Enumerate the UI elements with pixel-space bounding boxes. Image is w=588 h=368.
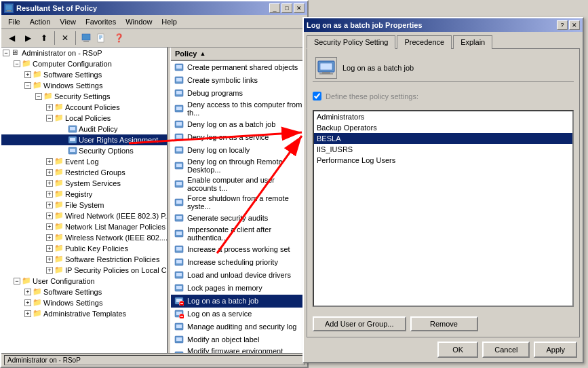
list-item[interactable]: Increase a process working set (171, 243, 307, 256)
tree-item-wired-network[interactable]: +📁Wired Network (IEEE 802.3) P... (1, 210, 167, 221)
list-item[interactable]: Create symbolic links (171, 74, 307, 87)
menu-action[interactable]: Action (26, 16, 55, 27)
tree-item-registry[interactable]: +📁Registry (1, 189, 167, 200)
list-item[interactable]: Load and unload device drivers (171, 269, 307, 282)
user-list-item[interactable]: Performance Log Users (314, 155, 572, 166)
tab-security-policy[interactable]: Security Policy Setting (307, 35, 395, 49)
users-listbox[interactable]: AdministratorsBackup OperatorsBESLAIIS_I… (313, 110, 574, 307)
expand-btn[interactable]: + (46, 223, 53, 230)
user-list-item[interactable]: IIS_IUSRS (314, 144, 572, 155)
apply-button[interactable]: Apply (534, 342, 577, 358)
expand-btn[interactable]: − (24, 82, 31, 89)
expand-btn[interactable]: − (14, 278, 20, 284)
tree-item-restricted-groups[interactable]: +📁Restricted Groups (1, 167, 167, 178)
list-item[interactable]: Create permanent shared objects (171, 61, 307, 74)
expand-btn[interactable]: + (46, 213, 53, 219)
tree-item-wireless-network[interactable]: +📁Wireless Network (IEEE 802.... (1, 232, 167, 243)
menu-view[interactable]: View (56, 16, 80, 27)
help-toolbar-button[interactable]: ❓ (111, 31, 126, 45)
expand-btn[interactable]: + (46, 202, 53, 208)
list-item[interactable]: Deny log on through Remote Desktop... (171, 157, 307, 175)
expand-btn[interactable]: + (46, 267, 53, 274)
user-list-item[interactable]: Backup Operators (314, 122, 572, 133)
tree-item-audit-policy[interactable]: Audit Policy (1, 124, 167, 134)
list-item[interactable]: Log on as a service (171, 308, 307, 320)
expand-btn[interactable]: + (46, 234, 53, 241)
expand-btn[interactable]: + (24, 310, 31, 317)
restore-button[interactable]: □ (281, 3, 292, 13)
expand-btn[interactable]: + (46, 180, 53, 187)
tree-item-admin[interactable]: −🖥Administrator on - RSoP (1, 48, 167, 58)
tree-item-security-options[interactable]: Security Options (1, 145, 167, 156)
expand-btn[interactable]: − (14, 60, 20, 67)
list-item[interactable]: Deny log on locally (171, 144, 307, 157)
tree-item-user-rights[interactable]: User Rights Assignment (1, 134, 167, 145)
define-checkbox[interactable] (313, 92, 321, 100)
minimize-button[interactable]: _ (269, 3, 280, 13)
close-button[interactable]: ✕ (294, 3, 305, 13)
tree-item-admin-templates[interactable]: +📁Administrative Templates (1, 308, 167, 319)
tree-item-software-restriction[interactable]: +📁Software Restriction Policies (1, 254, 167, 265)
delete-button[interactable]: ✕ (58, 31, 73, 45)
expand-btn[interactable]: + (46, 158, 53, 165)
menu-window[interactable]: Window (121, 16, 156, 27)
list-item[interactable]: Log on as a batch job (171, 295, 307, 308)
expand-btn[interactable]: + (24, 299, 31, 306)
tree-item-comp-config[interactable]: −📁Computer Configuration (1, 58, 167, 69)
tree-item-event-log[interactable]: +📁Event Log (1, 156, 167, 167)
menu-file[interactable]: File (4, 16, 24, 27)
expand-btn[interactable]: + (46, 256, 53, 263)
remove-button[interactable]: Remove (410, 316, 478, 331)
list-item[interactable]: Impersonate a client after authentica... (171, 225, 307, 243)
list-item[interactable]: Deny log on as a batch job (171, 118, 307, 131)
list-item[interactable]: Lock pages in memory (171, 282, 307, 295)
menu-help[interactable]: Help (157, 16, 181, 27)
list-item[interactable]: Manage auditing and security log (171, 320, 307, 333)
up-button[interactable]: ⬆ (37, 31, 52, 45)
tree-item-local-policies[interactable]: −📁Local Policies (1, 113, 167, 124)
expand-btn[interactable]: − (35, 93, 42, 100)
list-item[interactable]: Deny access to this computer from th... (171, 100, 307, 118)
tree-item-system-services[interactable]: +📁System Services (1, 178, 167, 189)
list-item[interactable]: Enable computer and user accounts t... (171, 175, 307, 194)
list-item[interactable]: Modify an object label (171, 333, 307, 346)
tree-item-public-key[interactable]: +📁Public Key Policies (1, 243, 167, 254)
list-item[interactable]: Increase scheduling priority (171, 256, 307, 269)
tree-item-user-windows[interactable]: +📁Windows Settings (1, 297, 167, 308)
user-list-item[interactable]: BESLA (314, 133, 572, 144)
tab-explain[interactable]: Explain (453, 35, 492, 49)
cancel-button[interactable]: Cancel (482, 342, 530, 358)
dialog-help-button[interactable]: ? (557, 20, 568, 30)
dialog-close-button[interactable]: ✕ (569, 20, 580, 30)
list-item[interactable]: Debug programs (171, 87, 307, 100)
tree-item-windows-settings[interactable]: −📁Windows Settings (1, 80, 167, 91)
export-button[interactable] (95, 31, 110, 45)
forward-button[interactable]: ▶ (20, 31, 35, 45)
expand-btn[interactable]: + (46, 245, 53, 252)
add-user-button[interactable]: Add User or Group... (313, 316, 406, 331)
properties-button[interactable] (79, 31, 94, 45)
tree-item-user-software[interactable]: +📁Software Settings (1, 287, 167, 297)
expand-btn[interactable]: − (3, 50, 9, 56)
expand-btn[interactable]: + (46, 191, 53, 198)
tree-item-file-system[interactable]: +📁File System (1, 200, 167, 210)
user-list-item[interactable]: Administrators (314, 111, 572, 122)
expand-btn[interactable]: + (46, 104, 53, 111)
expand-btn[interactable]: − (46, 115, 53, 122)
tree-item-security-settings[interactable]: −📁Security Settings (1, 91, 167, 102)
tree-item-user-config[interactable]: −📁User Configuration (1, 276, 167, 287)
expand-btn[interactable]: + (24, 289, 31, 295)
list-item[interactable]: Generate security audits (171, 212, 307, 225)
list-header[interactable]: Policy ▲ (171, 48, 307, 61)
list-item[interactable]: Deny log on as a service (171, 131, 307, 144)
tree-item-ip-security[interactable]: +📁IP Security Policies on Local C... (1, 265, 167, 276)
ok-button[interactable]: OK (437, 342, 478, 358)
tab-precedence[interactable]: Precedence (397, 35, 452, 49)
expand-btn[interactable]: + (46, 169, 53, 176)
expand-btn[interactable]: + (24, 71, 31, 78)
tree-item-network-list[interactable]: +📁Network List Manager Policies (1, 221, 167, 232)
tree-item-account-policies[interactable]: +📁Account Policies (1, 102, 167, 113)
list-item[interactable]: Force shutdown from a remote syste... (171, 194, 307, 212)
list-item[interactable]: Modify firmware environment values (171, 346, 307, 353)
tree-item-software-settings[interactable]: +📁Software Settings (1, 69, 167, 80)
